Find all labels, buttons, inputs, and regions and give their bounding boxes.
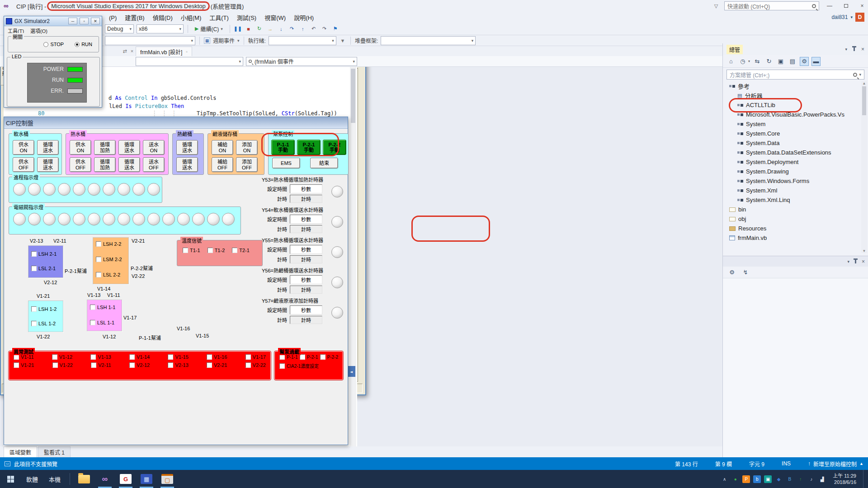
cip-button[interactable]: 循環 送水 (118, 157, 140, 172)
cip-button[interactable]: 循環 加熱 (94, 140, 116, 155)
menu-item[interactable]: (P) (105, 14, 121, 21)
process-combo[interactable]: ▾ (105, 36, 195, 45)
tree-item-system-data-datasetextensions[interactable]: System.Data.DataSetExtensions (723, 148, 868, 157)
periodic-events-button[interactable]: 週期事件 (213, 37, 235, 44)
tree-item-obj[interactable]: obj (723, 214, 868, 224)
foxit-icon[interactable]: P (742, 475, 750, 483)
pause-icon[interactable]: ❚❚ (234, 25, 241, 33)
ems-button[interactable]: EMS (272, 158, 300, 169)
abnormal-test-checkbox[interactable]: V1-15 (168, 354, 188, 360)
cip-button[interactable]: 循環 送水 (37, 157, 59, 172)
cip-button[interactable]: 添加 ON (236, 140, 258, 155)
cip-button[interactable]: 供水 OFF (13, 157, 34, 172)
pump-manual-button[interactable]: P-1-1 手動 (271, 140, 295, 155)
pump-overload-checkbox[interactable]: P-2-2 (320, 354, 338, 360)
quick-launch-input[interactable]: 快速啟動 (Ctrl+Q) (724, 1, 819, 10)
pin-icon[interactable] (854, 47, 855, 51)
restart-icon[interactable]: ↻ (256, 25, 263, 33)
pump-overload-checkbox[interactable]: P-2-1 (300, 354, 318, 360)
close-icon[interactable]: ✕ (91, 18, 100, 24)
maximize-button[interactable] (840, 2, 852, 10)
panel-tab-watch[interactable]: 監看式 1 (38, 446, 71, 457)
chevron-up-icon[interactable]: ∧ (721, 475, 728, 483)
tree-item-system-core[interactable]: System.Core (723, 129, 868, 138)
temperature-checkbox[interactable]: T1-1 (183, 248, 200, 253)
bookmark-icon[interactable]: ⚑ (332, 25, 339, 33)
taskbar-app-cip-app[interactable]: ▢ (157, 470, 178, 488)
start-button[interactable] (0, 470, 21, 488)
tree-item-system-xml-linq[interactable]: System.Xml.Linq (723, 195, 868, 205)
panel-tab-locals[interactable]: 區域變數 (4, 446, 37, 457)
tree-item-bin[interactable]: bin (723, 205, 868, 214)
cip-button[interactable]: 供水 ON (70, 140, 91, 155)
continue-button[interactable]: ▶ 繼續(C)▾ (192, 24, 226, 34)
abnormal-test-checkbox[interactable]: V1-12 (52, 354, 72, 360)
cip-button[interactable]: 供水 ON (13, 140, 34, 155)
stop-icon[interactable]: ■ (245, 25, 252, 33)
stop-radio[interactable]: STOP (43, 42, 64, 47)
tree-item-system[interactable]: System (723, 119, 868, 129)
redo-icon[interactable]: ↷ (321, 25, 328, 33)
show-all-files-icon[interactable]: ▤ (788, 57, 797, 66)
green-status-icon[interactable]: ● (731, 475, 739, 483)
lsl-1-1-checkbox[interactable]: LSL 1-1 (90, 320, 114, 325)
close-icon[interactable]: × (862, 258, 865, 265)
tree-item-system-data[interactable]: System.Data (723, 138, 868, 148)
abnormal-test-checkbox[interactable]: V2-11 (91, 362, 111, 368)
properties-icon[interactable]: ⚙ (727, 268, 736, 277)
cip-button[interactable]: 送水 OFF (143, 157, 165, 172)
cip-button[interactable]: 循環 送水 (176, 157, 198, 172)
speaker-icon[interactable]: ♪ (807, 475, 815, 483)
preview-selected-icon[interactable]: ▬ (811, 57, 821, 66)
flag-icon[interactable]: ▼ (339, 37, 346, 44)
teal-app-icon[interactable]: ▣ (764, 475, 772, 483)
close-document-icon[interactable]: × (128, 47, 136, 55)
pump-manual-button[interactable]: P-2-1 手動 (297, 140, 321, 155)
lsh-1-2-checkbox[interactable]: LSH 1-2 (31, 306, 57, 312)
cip-button[interactable]: 供水 OFF (70, 157, 91, 172)
lsl-2-1-checkbox[interactable]: LSL 2-1 (31, 266, 56, 271)
chevron-up-icon[interactable]: ▲ (859, 461, 863, 466)
set-time-input[interactable]: 秒數 (290, 215, 322, 224)
lsh-1-1-checkbox[interactable]: LSH 1-1 (90, 305, 115, 310)
undo-icon[interactable]: ↶ (310, 25, 317, 33)
cip-title-bar[interactable]: CIP控制盤 (4, 117, 348, 129)
cip-button[interactable]: 補給 OFF (212, 157, 233, 172)
tab-close-icon[interactable]: ▫ (186, 49, 188, 54)
collapse-panel-button[interactable]: ◄ (347, 366, 355, 377)
class-combo[interactable]: ▾ (136, 57, 243, 66)
temperature-checkbox[interactable]: T1-2 (208, 248, 225, 253)
lsl-1-2-checkbox[interactable]: LSL 1-2 (31, 321, 56, 326)
taskbar-app-gx-simulator[interactable]: ▦ (136, 470, 157, 488)
collapse-all-icon[interactable]: ▣ (776, 57, 785, 66)
cip-button[interactable]: 循環 送水 (37, 140, 59, 155)
debug-configuration-combo[interactable]: Debug▾ (105, 24, 134, 33)
set-time-input[interactable]: 秒數 (290, 245, 322, 254)
lsh-2-1-checkbox[interactable]: LSH 2-1 (31, 251, 57, 257)
restore-icon[interactable]: ▫ (80, 18, 89, 24)
lsh-2-2-checkbox[interactable]: LSH 2-2 (96, 241, 121, 247)
set-time-input[interactable]: 秒數 (290, 275, 322, 284)
network-icon[interactable]: ▟ (818, 475, 826, 483)
tree-item-system-xml[interactable]: System.Xml (723, 186, 868, 195)
cip-button[interactable]: 送水 ON (143, 140, 165, 155)
cip-button[interactable]: 循環 送水 (176, 140, 198, 155)
pin-icon[interactable] (855, 260, 856, 263)
menu-item[interactable]: 視窗(W) (260, 14, 290, 21)
abnormal-test-checkbox[interactable]: V1-13 (90, 354, 111, 360)
abnormal-test-checkbox[interactable]: V1-22 (52, 362, 73, 368)
abnormal-test-checkbox[interactable]: V2-22 (245, 362, 266, 368)
tab-frmmain-design[interactable]: frmMain.vb [設計] ▫ (136, 47, 192, 56)
abnormal-test-checkbox[interactable]: V1-21 (14, 362, 34, 368)
stack-frame-combo[interactable]: ▾ (381, 36, 476, 45)
tree-item-frmmain-vb[interactable]: frmMain.vb (723, 233, 868, 243)
taskbar-app-explorer[interactable] (74, 470, 94, 488)
tree-item--[interactable]: 參考 (723, 81, 868, 91)
taskbar-clock[interactable]: 上午 11:29 2018/6/16 (833, 473, 856, 486)
platform-combo[interactable]: x86▾ (137, 24, 184, 33)
lsm-2-2-checkbox[interactable]: LSM 2-2 (96, 257, 122, 262)
menu-item[interactable]: 工具(T) (205, 14, 233, 21)
swap-documents-icon[interactable]: ⇄ (121, 47, 128, 55)
close-button[interactable]: × (856, 2, 868, 10)
feedback-icon[interactable]: ▽ (712, 2, 720, 9)
